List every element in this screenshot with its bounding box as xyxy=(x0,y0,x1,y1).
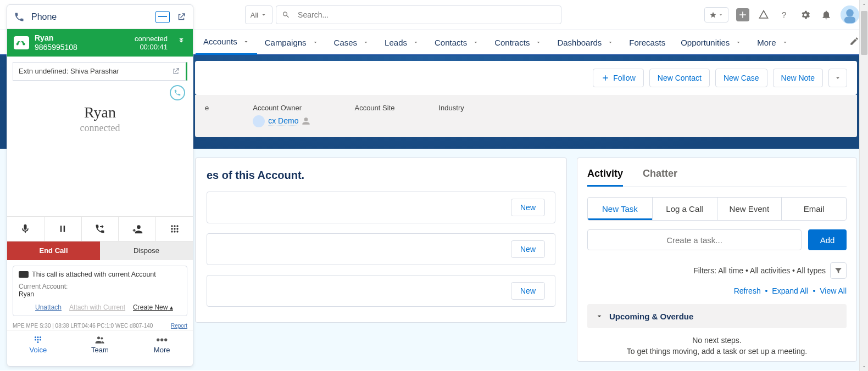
unattach-link[interactable]: Unattach xyxy=(35,303,62,311)
mute-button[interactable] xyxy=(7,217,44,241)
help-icon[interactable]: ? xyxy=(778,8,791,21)
filter-icon[interactable] xyxy=(830,262,847,279)
attach-headline: This call is attached with current Accou… xyxy=(32,271,156,278)
setup-gear-icon[interactable] xyxy=(799,8,812,21)
owner-link[interactable]: cx Demo xyxy=(268,116,298,126)
related-new-button-3[interactable]: New xyxy=(511,282,545,300)
nav-dashboards[interactable]: Dashboards xyxy=(549,30,621,55)
bottom-tab-voice[interactable]: Voice xyxy=(7,334,69,354)
svg-point-16 xyxy=(35,339,36,340)
more-actions-dropdown[interactable] xyxy=(828,69,847,87)
call-duration: 00:00:41 xyxy=(135,43,168,51)
extension-text: Extn undefined: Shiva Parashar xyxy=(19,67,119,75)
svg-point-15 xyxy=(40,336,41,338)
subtab-new-event[interactable]: New Event xyxy=(717,198,782,220)
global-add-icon[interactable] xyxy=(736,8,749,21)
related-title: es of this Account. xyxy=(207,169,555,182)
svg-point-8 xyxy=(174,228,175,229)
owner-avatar xyxy=(253,115,265,127)
add-task-button[interactable]: Add xyxy=(808,229,847,250)
attach-label: Current Account: xyxy=(19,283,181,290)
follow-button[interactable]: Follow xyxy=(593,69,643,87)
nav-contracts[interactable]: Contracts xyxy=(487,30,549,55)
tab-activity[interactable]: Activity xyxy=(587,168,623,187)
trailhead-icon[interactable] xyxy=(757,8,770,21)
empty-line2: To get things moving, add a task or set … xyxy=(587,347,847,356)
expand-call-icon[interactable] xyxy=(176,37,186,49)
hold-button[interactable] xyxy=(44,217,82,241)
nav-more[interactable]: More xyxy=(749,30,795,55)
svg-point-2 xyxy=(846,9,854,17)
related-new-button-2[interactable]: New xyxy=(511,240,545,258)
nav-edit-pencil-icon[interactable] xyxy=(849,36,859,48)
new-case-button[interactable]: New Case xyxy=(715,69,767,87)
popout-small-icon[interactable] xyxy=(171,67,180,76)
nav-contacts[interactable]: Contacts xyxy=(427,30,487,55)
transfer-button[interactable] xyxy=(82,217,119,241)
field-site-label: Account Site xyxy=(354,104,394,112)
record-header-card: Follow New Contact New Case New Note xyxy=(195,61,857,95)
activity-sub-tabs: New Task Log a Call New Event Email xyxy=(587,197,847,221)
new-note-button[interactable]: New Note xyxy=(773,69,823,87)
related-new-button-1[interactable]: New xyxy=(511,199,545,216)
svg-point-6 xyxy=(176,225,178,227)
nav-forecasts[interactable]: Forecasts xyxy=(621,30,673,55)
call-status-icon xyxy=(170,85,185,100)
nav-label: Accounts xyxy=(203,37,237,46)
call-status: connected xyxy=(135,35,168,43)
svg-text:?: ? xyxy=(782,10,786,19)
empty-line1: No next steps. xyxy=(587,336,847,345)
nav-campaigns[interactable]: Campaigns xyxy=(257,30,326,55)
view-all-link[interactable]: View All xyxy=(820,286,847,295)
new-contact-button[interactable]: New Contact xyxy=(649,69,710,87)
tab-chatter[interactable]: Chatter xyxy=(643,168,677,187)
subtab-new-task[interactable]: New Task xyxy=(588,198,653,220)
caller-name: Ryan xyxy=(35,33,129,43)
search-input[interactable] xyxy=(298,10,555,19)
svg-point-5 xyxy=(174,225,175,227)
notifications-bell-icon[interactable] xyxy=(820,8,833,21)
svg-point-4 xyxy=(171,225,173,227)
dispose-button[interactable]: Dispose xyxy=(100,241,193,260)
field-industry-label: Industry xyxy=(438,104,464,112)
active-call-bar[interactable]: Ryan 9865995108 connected 00:00:41 xyxy=(7,29,193,57)
user-avatar[interactable] xyxy=(841,5,859,24)
nav-accounts[interactable]: Accounts xyxy=(196,30,257,55)
call-badge-icon xyxy=(14,36,29,49)
dialpad-button[interactable] xyxy=(156,217,193,241)
end-call-button[interactable]: End Call xyxy=(7,241,100,260)
popout-icon[interactable] xyxy=(176,12,186,22)
subtab-log-call[interactable]: Log a Call xyxy=(653,198,717,220)
vertical-scrollbar[interactable] xyxy=(859,0,868,371)
nav-cases[interactable]: Cases xyxy=(326,30,377,55)
svg-point-18 xyxy=(40,339,41,340)
search-scope-dropdown[interactable]: All xyxy=(245,5,272,24)
call-controls xyxy=(7,216,193,241)
bottom-tab-more[interactable]: ••• More xyxy=(131,334,193,354)
field-owner-label: Account Owner xyxy=(253,104,310,112)
center-caller-name: Ryan xyxy=(7,104,193,121)
subtab-email[interactable]: Email xyxy=(782,198,846,220)
owner-edit-icon[interactable] xyxy=(302,117,310,126)
global-search[interactable] xyxy=(276,5,561,24)
upcoming-overdue-header[interactable]: Upcoming & Overdue xyxy=(587,304,847,328)
nav-opportunities[interactable]: Opportunities xyxy=(673,30,749,55)
chevron-down-icon[interactable] xyxy=(243,38,249,45)
nav-leads[interactable]: Leads xyxy=(377,30,427,55)
favorites-button[interactable] xyxy=(704,7,728,23)
add-participant-button[interactable] xyxy=(119,217,156,241)
refresh-link[interactable]: Refresh xyxy=(734,286,761,295)
bottom-tab-team[interactable]: Team xyxy=(69,334,131,354)
report-link[interactable]: Report xyxy=(171,323,187,329)
expand-all-link[interactable]: Expand All xyxy=(772,286,808,295)
attach-value: Ryan xyxy=(19,290,181,298)
svg-point-14 xyxy=(37,336,39,338)
footer-readout: MPE MPE S:30 | 08:38 LRT:04:46 PC:1:0 WE… xyxy=(13,323,153,329)
svg-point-9 xyxy=(176,228,178,229)
create-task-input[interactable] xyxy=(587,229,802,250)
related-card: es of this Account. New New New xyxy=(195,158,567,323)
create-new-link[interactable]: Create New ▴ xyxy=(133,303,173,311)
chevron-down-icon xyxy=(595,312,604,321)
extension-line[interactable]: Extn undefined: Shiva Parashar xyxy=(13,62,187,81)
minimize-button[interactable]: — xyxy=(155,11,170,23)
